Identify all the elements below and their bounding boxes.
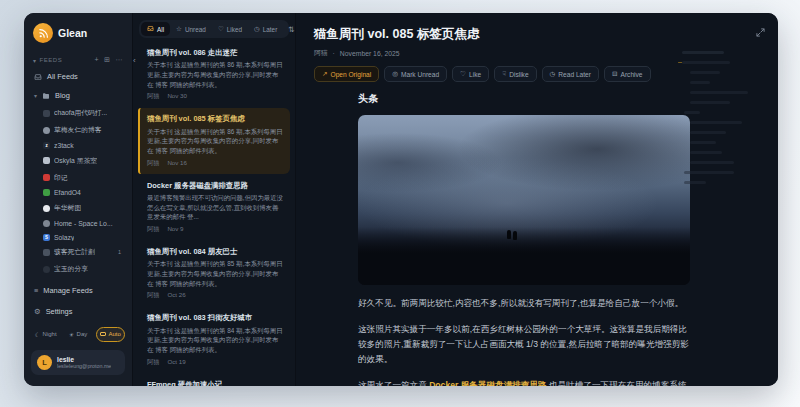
user-email: leslieleung@proton.me bbox=[57, 363, 111, 369]
dot-separator: · bbox=[333, 50, 335, 57]
article-author: 阿猫 bbox=[147, 159, 159, 168]
feed-name: z3tack bbox=[54, 142, 74, 149]
article-author: 阿猫 bbox=[147, 291, 159, 300]
app-logo[interactable]: Glean bbox=[31, 22, 125, 43]
user-card[interactable]: L leslie leslieleung@proton.me bbox=[31, 350, 125, 375]
like-button[interactable]: ♡ Like bbox=[452, 66, 489, 82]
article-date: November 16, 2025 bbox=[340, 50, 400, 57]
paragraph: 这周水了一篇文章 Docker 服务器磁盘满排查思路,也是吐槽了一下现在在用的博… bbox=[358, 378, 690, 386]
sidebar-folder-blog[interactable]: ▾ Blog bbox=[31, 87, 125, 104]
folder-icon bbox=[42, 92, 50, 100]
feed-name: 骇客死亡計劃 bbox=[54, 247, 95, 257]
article-list: 猫鱼周刊 vol. 086 走出迷茫 关于本刊 这是猫鱼周刊的第 86 期,本系… bbox=[133, 42, 295, 386]
article-date: Nov 30 bbox=[167, 92, 187, 101]
theme-night-button[interactable]: ☾ Night bbox=[31, 327, 60, 342]
article-list-item[interactable]: 猫鱼周刊 vol. 083 扫街友好城市 关于本刊 这是猫鱼周刊的第 84 期,… bbox=[138, 307, 290, 372]
sidebar-item-feed[interactable]: Home - Space Lo... bbox=[31, 216, 125, 230]
folder-label: Blog bbox=[55, 91, 70, 100]
archive-button[interactable]: ⊟ Archive bbox=[604, 66, 651, 82]
article-author: 阿猫 bbox=[147, 358, 159, 367]
sidebar-item-feed[interactable]: 骇客死亡計劃 1 bbox=[31, 244, 125, 261]
expand-icon[interactable] bbox=[756, 23, 765, 41]
user-name: leslie bbox=[57, 356, 111, 363]
sign-out-button[interactable]: ↦ Sign out bbox=[31, 383, 125, 386]
theme-auto-button[interactable]: Auto bbox=[96, 327, 125, 342]
article-date: Oct 26 bbox=[167, 291, 185, 300]
article-date: Oct 19 bbox=[167, 358, 185, 367]
article-author: 阿猫 bbox=[147, 225, 159, 234]
sidebar-item-all-feeds[interactable]: All Feeds bbox=[31, 68, 125, 85]
sidebar-item-feed[interactable]: chaofa用代码打... bbox=[31, 105, 125, 122]
theme-toggle: ☾ Night ☀ Day Auto bbox=[31, 327, 125, 342]
article-list-item-selected[interactable]: 猫鱼周刊 vol. 085 标签页焦虑 关于本刊 这是猫鱼周刊的第 86 期,本… bbox=[138, 108, 290, 173]
star-icon: ☆ bbox=[176, 25, 182, 33]
paragraph: 这张照片其实摄于一年多以前,在西乡红树林公园外的一个大草坪。这张算是我后期得比较… bbox=[358, 322, 690, 367]
feed-favicon bbox=[43, 220, 50, 227]
sidebar-item-feed[interactable]: 年华树图 bbox=[31, 200, 125, 217]
external-link-icon: ↗ bbox=[322, 70, 328, 78]
filter-tabbar: All ☆ Unread ♡ Liked ◷ Later ⇅ bbox=[139, 20, 289, 38]
tab-liked[interactable]: ♡ Liked bbox=[212, 22, 248, 36]
sidebar-item-feed[interactable]: EfandO4 bbox=[31, 186, 125, 200]
tab-later[interactable]: ◷ Later bbox=[248, 22, 283, 36]
read-later-button[interactable]: ◷ Read Later bbox=[542, 66, 599, 82]
settings-button[interactable]: ⚙ Settings bbox=[31, 303, 125, 320]
sun-icon: ☀ bbox=[69, 331, 74, 338]
feeds-section-label: FEEDS bbox=[40, 57, 63, 63]
theme-day-button[interactable]: ☀ Day bbox=[63, 327, 92, 342]
inline-article-link[interactable]: Docker 服务器磁盘满排查思路 bbox=[429, 380, 546, 386]
feed-favicon: S bbox=[43, 234, 50, 241]
feed-favicon bbox=[43, 157, 50, 164]
feed-name: 宝玉的分享 bbox=[54, 264, 88, 274]
sign-out-icon: ↦ bbox=[34, 384, 40, 386]
section-heading: 头条 bbox=[358, 92, 690, 106]
page-title: 猫鱼周刊 vol. 085 标签页焦虑 bbox=[314, 26, 760, 43]
feed-name: Oskyla 黑茶室 bbox=[54, 156, 97, 166]
sidebar-item-feed[interactable]: 宝玉的分享 bbox=[31, 261, 125, 278]
feed-favicon: z bbox=[43, 142, 50, 149]
feeds-section-header: ▾ FEEDS + ⊞ ⋯ bbox=[31, 56, 125, 64]
paragraph: 好久不见。前两周比较忙,内容也不多,所以就没有写周刊了,也算是给自己放一个小假。 bbox=[358, 296, 690, 311]
sidebar-bottom: ≡ Manage Feeds ⚙ Settings ☾ Night ☀ Day … bbox=[31, 278, 125, 386]
monitor-icon bbox=[100, 332, 106, 337]
sign-out-label: Sign out bbox=[45, 384, 71, 386]
silhouettes bbox=[507, 230, 511, 239]
sidebar-item-feed[interactable]: S Solazy bbox=[31, 230, 125, 244]
sidebar-item-feed[interactable]: 印记 bbox=[31, 169, 125, 186]
reader-panel: 猫鱼周刊 vol. 085 标签页焦虑 阿猫 · November 16, 20… bbox=[296, 13, 778, 386]
dislike-button[interactable]: ☟ Dislike bbox=[494, 66, 536, 82]
article-date: Nov 16 bbox=[167, 159, 187, 168]
collapse-sidebar-icon[interactable]: ‹ bbox=[133, 57, 136, 65]
sidebar: Glean ▾ FEEDS + ⊞ ⋯ All Feeds ▾ Blog bbox=[24, 13, 132, 386]
feed-name: 印记 bbox=[54, 173, 68, 183]
unread-count-badge: 1 bbox=[118, 249, 123, 255]
feed-name: Solazy bbox=[54, 234, 74, 241]
moon-icon: ☾ bbox=[35, 331, 40, 338]
add-folder-icon[interactable]: ⊞ bbox=[104, 56, 110, 64]
clock-icon: ◷ bbox=[254, 25, 260, 33]
article-list-item[interactable]: 猫鱼周刊 vol. 084 朋友巴士 关于本刊 这是猫鱼周刊的第 85 期,本系… bbox=[138, 241, 290, 306]
sidebar-item-feed[interactable]: z z3tack bbox=[31, 139, 125, 153]
article-list-item[interactable]: 猫鱼周刊 vol. 086 走出迷茫 关于本刊 这是猫鱼周刊的第 86 期,本系… bbox=[138, 42, 290, 107]
open-original-button[interactable]: ↗ Open Original bbox=[314, 66, 379, 82]
heart-icon: ♡ bbox=[218, 25, 224, 33]
chevron-down-icon[interactable]: ▾ bbox=[33, 57, 37, 64]
mark-unread-button[interactable]: ◎ Mark Unread bbox=[384, 66, 447, 82]
feed-favicon bbox=[43, 174, 50, 181]
avatar: L bbox=[37, 355, 52, 370]
feed-favicon bbox=[43, 205, 50, 212]
tab-unread[interactable]: ☆ Unread bbox=[170, 22, 212, 36]
more-options-icon[interactable]: ⋯ bbox=[115, 56, 123, 64]
rss-logo-icon bbox=[33, 23, 53, 43]
manage-feeds-button[interactable]: ≡ Manage Feeds bbox=[31, 282, 125, 299]
sidebar-item-feed[interactable]: 草梅友仁的博客 bbox=[31, 122, 125, 139]
article-list-item[interactable]: Docker 服务器磁盘满排查思路 最近博客预警出现不可访问的问题,但因为最近没… bbox=[138, 175, 290, 240]
heart-icon: ♡ bbox=[460, 70, 466, 78]
tab-all[interactable]: All bbox=[141, 22, 170, 36]
add-feed-icon[interactable]: + bbox=[94, 56, 99, 64]
article-content: 头条 好久不见。前两周比较忙,内容也不多,所以就没有写周刊了,也算是给自己放一个… bbox=[358, 92, 690, 386]
thumbs-down-icon: ☟ bbox=[502, 70, 506, 78]
inbox-icon bbox=[147, 25, 154, 33]
sidebar-item-feed[interactable]: Oskyla 黑茶室 bbox=[31, 152, 125, 169]
article-list-item[interactable]: FFmpeg 硬件加速小记 本文有 AI 参与编写。什么是硬件加速? 硬件加速是… bbox=[138, 374, 290, 386]
